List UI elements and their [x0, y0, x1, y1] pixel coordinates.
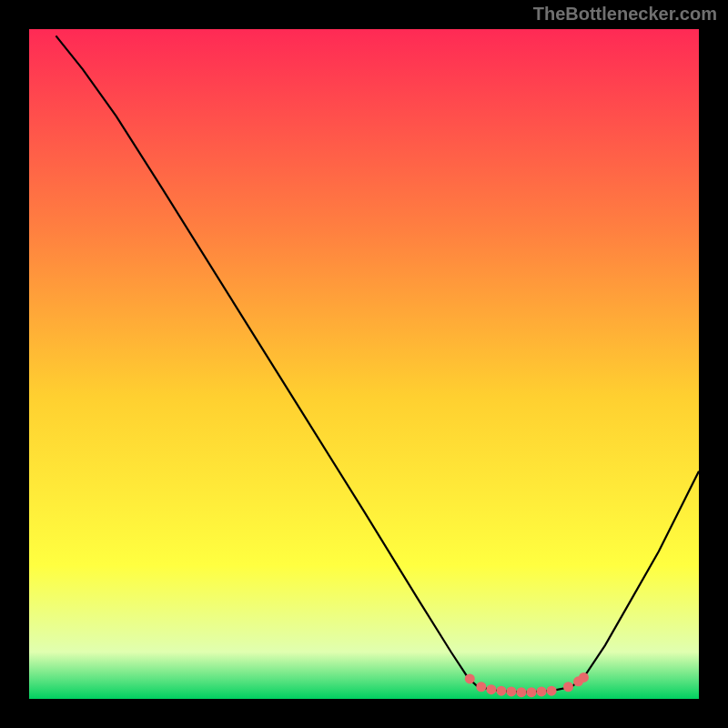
data-marker — [547, 686, 557, 696]
data-marker — [579, 672, 589, 682]
chart-container: TheBottlenecker.com — [0, 0, 728, 728]
data-marker — [486, 684, 496, 694]
data-marker — [465, 673, 475, 683]
data-marker — [516, 687, 526, 697]
data-marker — [506, 686, 516, 696]
data-marker — [563, 682, 573, 692]
data-marker — [537, 686, 547, 696]
watermark-text: TheBottlenecker.com — [533, 4, 717, 25]
bottleneck-chart — [29, 29, 699, 699]
data-marker — [476, 682, 486, 692]
plot-area — [29, 29, 699, 699]
data-marker — [496, 686, 506, 696]
data-marker — [527, 687, 537, 697]
gradient-background — [29, 29, 699, 699]
